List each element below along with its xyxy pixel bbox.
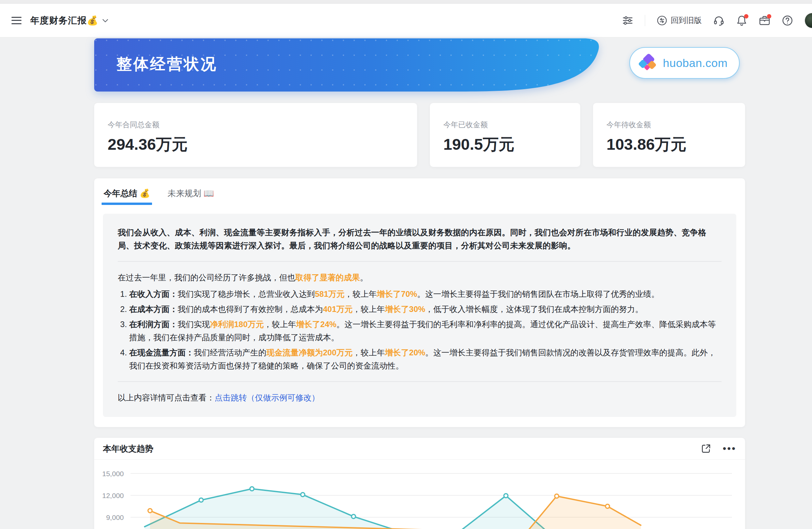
back-to-old-version-button[interactable]: 回到旧版 [657,15,702,26]
menu-icon[interactable] [12,17,21,24]
back-to-old-version-label: 回到旧版 [671,15,702,26]
panel-divider [118,381,722,382]
svg-text:9,000: 9,000 [106,514,124,521]
stat-label: 今年合同总金额 [107,120,417,130]
stat-label: 今年待收金额 [607,120,745,130]
banner: 整体经营状况 huoban.com [94,38,745,91]
more-icon[interactable]: ••• [723,445,736,452]
page-title: 年度财务汇报💰 [30,14,99,27]
huoban-brand-text: huoban.com [663,57,728,70]
workbench-badge [767,14,771,18]
toolbar: 年度财务汇报💰 回到旧版 [0,4,812,37]
summary-panel: 我们会从收入、成本、利润、现金流量等主要财务指标入手，分析过去一年的业绩以及财务… [103,214,736,417]
jump-link[interactable]: 点击跳转（仅做示例可修改） [215,393,320,402]
panel-divider [118,261,722,262]
chart-title: 本年收支趋势 [103,443,154,454]
svg-text:15,000: 15,000 [102,470,124,477]
summary-card: 今年总结 💰 未来规划 📖 我们会从收入、成本、利润、现金流量等主要财务指标入手… [94,178,745,427]
summary-list: 在收入方面：我们实现了稳步增长，总营业收入达到581万元，较上年增长了70%。这… [118,287,722,372]
summary-lead: 在过去一年里，我们的公司经历了许多挑战，但也取得了显著的成果。 [118,271,722,284]
summary-footer: 以上内容详情可点击查看：点击跳转（仅做示例可修改） [118,391,722,404]
window-edge-strip [0,0,812,4]
stat-card-received: 今年已收金额 190.5万元 [430,103,580,167]
summary-intro: 我们会从收入、成本、利润、现金流量等主要财务指标入手，分析过去一年的业绩以及财务… [118,226,722,252]
tab-future-plan[interactable]: 未来规划 📖 [168,184,214,205]
huoban-brand-badge[interactable]: huoban.com [629,47,740,79]
stat-value: 294.36万元 [107,134,417,155]
user-avatar[interactable] [804,13,812,28]
bell-icon[interactable] [736,15,748,26]
page-title-dropdown[interactable]: 年度财务汇报💰 [30,14,108,27]
stats-row: 今年合同总金额 294.36万元 今年已收金额 190.5万元 今年待收金额 1… [94,103,745,167]
stat-card-contract-total: 今年合同总金额 294.36万元 [94,103,417,167]
help-icon[interactable] [782,15,793,26]
trend-line-chart[interactable]: 15,00012,0009,000 [94,460,745,529]
stat-card-pending: 今年待收金额 103.86万元 [593,103,745,167]
sliders-icon[interactable] [622,15,633,26]
briefcase-icon[interactable] [759,15,770,26]
tab-this-year-summary[interactable]: 今年总结 💰 [104,184,150,205]
summary-item-cashflow: 在现金流量方面：我们经营活动产生的现金流量净额为200万元，较上年增长了20%。… [129,346,722,372]
report-content: 整体经营状况 huoban.com 今年合同总金额 294.36万元 今年已收金… [94,38,745,529]
chart-header: 本年收支趋势 ••• [94,438,745,460]
stat-label: 今年已收金额 [443,120,580,130]
huoban-logo-icon [639,54,657,72]
swap-circle-icon [657,15,667,26]
chevron-down-icon [102,18,108,23]
expand-icon[interactable] [701,444,711,454]
headset-icon[interactable] [713,15,725,26]
summary-item-cost: 在成本方面：我们的成本也得到了有效控制，总成本为401万元，较上年增长了30%，… [129,302,722,316]
summary-tabs: 今年总结 💰 未来规划 📖 [103,184,736,205]
stat-value: 103.86万元 [607,134,745,155]
stat-value: 190.5万元 [443,134,580,155]
summary-item-revenue: 在收入方面：我们实现了稳步增长，总营业收入达到581万元，较上年增长了70%。这… [129,287,722,301]
toolbar-divider [645,15,645,26]
summary-item-profit: 在利润方面：我们实现净利润180万元，较上年增长了24%。这一增长主要得益于我们… [129,318,722,344]
trend-chart-card: 本年收支趋势 ••• 15,00012,0009,000 [94,438,745,529]
svg-text:12,000: 12,000 [102,492,124,499]
banner-title: 整体经营状况 [116,54,217,75]
notification-badge [744,14,749,18]
